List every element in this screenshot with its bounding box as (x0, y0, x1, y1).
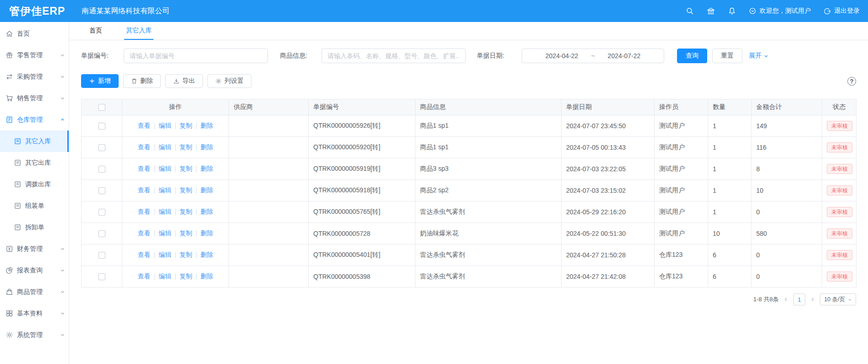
sidebar-item-system[interactable]: 系统管理 (0, 324, 69, 346)
sidebar-item-disassembly-order[interactable]: 拆卸单 (0, 217, 69, 238)
column-settings-button[interactable]: 列设置 (207, 74, 251, 88)
welcome-user[interactable]: 欢迎您，测试用户 (749, 7, 811, 15)
bell-icon[interactable] (728, 7, 736, 15)
row-edit-link[interactable]: 编辑 (158, 186, 171, 194)
sidebar-item-home[interactable]: 首页 (0, 23, 69, 44)
reset-button[interactable]: 重置 (712, 49, 742, 63)
status-badge: 未审核 (827, 272, 852, 282)
row-view-link[interactable]: 查看 (138, 272, 151, 280)
sidebar-item-finance[interactable]: 财务管理 (0, 238, 69, 260)
row-copy-link[interactable]: 复制 (180, 272, 192, 280)
row-checkbox[interactable] (98, 209, 105, 216)
page-size-select[interactable]: 10 条/页 (820, 293, 856, 305)
row-edit-link[interactable]: 编辑 (158, 229, 171, 237)
row-checkbox[interactable] (98, 252, 105, 259)
trash-icon (131, 78, 137, 84)
search-button[interactable]: 查询 (677, 49, 707, 63)
next-page-button[interactable] (810, 297, 815, 302)
row-delete-link[interactable]: 删除 (200, 186, 213, 194)
sidebar-item-retail[interactable]: 零售管理 (0, 44, 69, 66)
row-copy-link[interactable]: 复制 (180, 229, 192, 237)
sidebar-item-label: 基本资料 (17, 310, 43, 318)
row-view-link[interactable]: 查看 (138, 251, 151, 258)
sidebar-item-sales[interactable]: 销售管理 (0, 87, 69, 109)
row-checkbox[interactable] (98, 166, 105, 173)
row-select-cell (82, 201, 122, 223)
sidebar-item-goods[interactable]: 商品管理 (0, 281, 69, 303)
row-edit-link[interactable]: 编辑 (158, 122, 171, 129)
prev-page-button[interactable] (783, 297, 789, 302)
table-toolbar: 新增 删除 导出 列设置 ? (81, 74, 856, 88)
action-separator: | (175, 229, 176, 237)
row-delete-link[interactable]: 删除 (200, 165, 213, 172)
row-edit-link[interactable]: 编辑 (158, 272, 171, 280)
product-info-input[interactable] (322, 49, 466, 63)
row-edit-link[interactable]: 编辑 (158, 251, 171, 258)
row-checkbox[interactable] (98, 144, 105, 151)
row-select-cell (82, 223, 122, 244)
row-view-link[interactable]: 查看 (138, 229, 151, 237)
row-checkbox[interactable] (98, 230, 105, 237)
bill-no-input[interactable] (124, 49, 268, 63)
row-edit-link[interactable]: 编辑 (158, 165, 171, 172)
row-delete-link[interactable]: 删除 (200, 272, 213, 280)
row-delete-link[interactable]: 删除 (200, 143, 213, 151)
row-copy-link[interactable]: 复制 (180, 165, 192, 172)
expand-toggle[interactable]: 展开 (749, 52, 769, 60)
row-copy-link[interactable]: 复制 (180, 251, 192, 258)
tab-other-inbound[interactable]: 其它入库 (124, 22, 153, 40)
sidebar-item-assembly-order[interactable]: 组装单 (0, 195, 69, 217)
row-edit-link[interactable]: 编辑 (158, 143, 171, 151)
cell-qty: 1 (708, 158, 752, 180)
row-copy-link[interactable]: 复制 (180, 208, 192, 215)
row-copy-link[interactable]: 复制 (180, 143, 192, 151)
date-end-value[interactable]: 2024-07-22 (608, 52, 641, 60)
row-checkbox[interactable] (98, 123, 105, 130)
tab-home[interactable]: 首页 (87, 22, 104, 40)
export-button[interactable]: 导出 (165, 74, 203, 88)
cell-bill-no: QTRK00000005918[转] (309, 180, 415, 201)
action-separator: | (154, 186, 156, 194)
row-checkbox[interactable] (98, 273, 105, 280)
row-checkbox[interactable] (98, 187, 105, 194)
cell-date: 2024-07-07 23:45:50 (562, 115, 655, 137)
row-delete-link[interactable]: 删除 (200, 122, 213, 129)
sidebar-item-purchase[interactable]: 采购管理 (0, 66, 69, 87)
chevron-down-icon (60, 246, 65, 251)
action-separator: | (196, 208, 197, 215)
date-range-picker[interactable]: 2024-04-22 ~ 2024-07-22 (522, 49, 664, 63)
help-icon[interactable]: ? (847, 77, 856, 86)
expand-label: 展开 (749, 52, 762, 60)
row-view-link[interactable]: 查看 (138, 122, 151, 129)
row-delete-link[interactable]: 删除 (200, 229, 213, 237)
row-edit-link[interactable]: 编辑 (158, 208, 171, 215)
action-separator: | (175, 122, 176, 129)
sidebar-item-other-outbound[interactable]: 其它出库 (0, 152, 69, 174)
row-delete-link[interactable]: 删除 (200, 208, 213, 215)
row-view-link[interactable]: 查看 (138, 186, 151, 194)
row-view-link[interactable]: 查看 (138, 143, 151, 151)
row-copy-link[interactable]: 复制 (180, 122, 192, 129)
row-view-link[interactable]: 查看 (138, 208, 151, 215)
row-view-link[interactable]: 查看 (138, 165, 151, 172)
row-actions-cell: 查看|编辑|复制|删除 (122, 223, 229, 244)
date-start-value[interactable]: 2024-04-22 (546, 52, 579, 60)
cell-bill-no: QTRK00000005920[转] (309, 137, 415, 158)
row-actions-cell: 查看|编辑|复制|删除 (122, 158, 229, 180)
page-1-button[interactable]: 1 (793, 293, 805, 305)
sidebar-item-report[interactable]: 报表查询 (0, 260, 69, 281)
add-button[interactable]: 新增 (81, 74, 119, 88)
delete-button[interactable]: 删除 (123, 74, 161, 88)
sidebar-item-transfer-outbound[interactable]: 调拨出库 (0, 174, 69, 195)
select-all-checkbox[interactable] (98, 104, 105, 111)
column-header-qty: 数量 (708, 99, 752, 115)
bank-icon[interactable] (707, 7, 715, 15)
sidebar-item-other-inbound[interactable]: 其它入库 (0, 130, 69, 152)
row-delete-link[interactable]: 删除 (200, 251, 213, 258)
export-label: 导出 (182, 77, 195, 85)
row-copy-link[interactable]: 复制 (180, 186, 192, 194)
logout-button[interactable]: 退出登录 (824, 7, 860, 15)
search-icon[interactable] (686, 7, 694, 15)
sidebar-item-basic-data[interactable]: 基本资料 (0, 303, 69, 324)
sidebar-item-warehouse[interactable]: 仓库管理 (0, 109, 69, 130)
